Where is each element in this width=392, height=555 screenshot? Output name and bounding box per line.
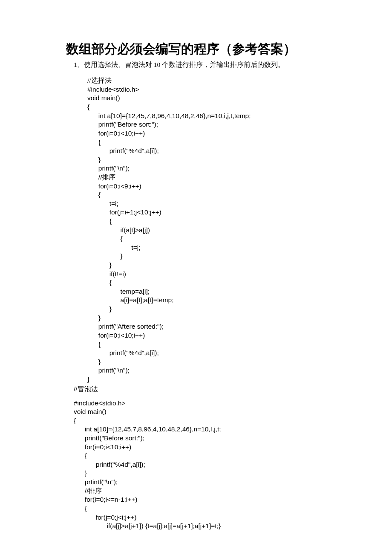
- code-line: printf("%4d",a[i]);: [87, 147, 159, 154]
- code-line: int a[10]={12,45,7,8,96,4,10,48,2,46},n=…: [87, 112, 251, 119]
- comment-text: 冒泡法: [78, 385, 98, 393]
- code-line: if(a[j]>a[j+1]) {t=a[j];a[j]=a[j+1];a[j+…: [74, 522, 221, 529]
- code-line: }: [87, 305, 112, 312]
- code-line: for(i=0;i<10;i++): [87, 332, 145, 339]
- code-line: }: [87, 358, 101, 365]
- code-line: {: [87, 279, 112, 286]
- code-line: int a[10]={12,45,7,8,96,4,10,48,2,46},n=…: [74, 425, 221, 433]
- code-line: }: [87, 156, 101, 163]
- code-line: printf("Aftere sorted:");: [87, 323, 164, 330]
- code-line: for(i=0;i<10;i++): [74, 443, 131, 451]
- code-line: for(i=0;i<=n-1;i++): [74, 496, 137, 503]
- code-line: {: [87, 191, 101, 198]
- code-line: printf("%4d",a[i]);: [87, 349, 159, 356]
- code-line: t=i;: [87, 200, 118, 207]
- code-block-selection-sort: //选择法 #include<stdio.h> void main() { in…: [87, 76, 341, 384]
- bubble-sort-label: //冒泡法: [74, 385, 341, 394]
- code-line: }: [87, 261, 112, 269]
- code-line: if(a[t]>a[j]): [87, 226, 150, 234]
- code-line: printf("Before sort:");: [87, 121, 158, 128]
- code-line: printf("\n");: [87, 165, 130, 172]
- code-line: void main(): [74, 408, 107, 415]
- code-line: }: [87, 314, 101, 321]
- code-line: //选择法: [87, 77, 112, 84]
- code-block-bubble-sort: #include<stdio.h> void main() { int a[10…: [74, 399, 341, 531]
- code-line: for(j=i+1;j<10;j++): [87, 208, 161, 216]
- code-line: printf("%4d",a[i]);: [74, 461, 145, 468]
- code-line: if(t!=i): [87, 270, 126, 278]
- code-line: #include<stdio.h>: [74, 399, 126, 407]
- code-line: {: [87, 217, 112, 225]
- page-title: 数组部分必须会编写的程序（参考答案）: [66, 40, 341, 58]
- comment-slash: //: [74, 385, 78, 393]
- code-line: #include<stdio.h>: [87, 86, 139, 93]
- code-line: }: [87, 376, 89, 383]
- code-line: //: [87, 173, 102, 181]
- code-line: //: [74, 487, 88, 494]
- question-text: 1、使用选择法、冒泡法对 10 个数进行排序，并输出排序前后的数列。: [74, 60, 341, 69]
- code-comment: 排序: [88, 487, 102, 494]
- document-page: 数组部分必须会编写的程序（参考答案） 1、使用选择法、冒泡法对 10 个数进行排…: [0, 0, 392, 555]
- code-line: {: [87, 341, 101, 348]
- code-line: printf("\n");: [87, 367, 130, 374]
- code-comment: 排序: [102, 173, 115, 181]
- code-line: {: [87, 103, 89, 110]
- code-line: t=j;: [87, 244, 140, 251]
- code-line: for(i=0;i<9;i++): [87, 182, 141, 190]
- code-line: {: [87, 235, 123, 242]
- code-line: {: [74, 505, 87, 512]
- code-line: {: [74, 452, 87, 459]
- code-line: }: [74, 469, 87, 477]
- code-line: a[i]=a[t];a[t]=temp;: [87, 296, 173, 304]
- code-line: }: [87, 252, 123, 260]
- code-line: temp=a[i];: [87, 288, 150, 295]
- code-line: void main(): [87, 94, 120, 101]
- code-line: for(j=0;j<i;j++): [74, 514, 136, 521]
- code-line: printf("Before sort:");: [74, 434, 144, 442]
- code-line: for(i=0;i<10;i++): [87, 130, 145, 137]
- code-line: {: [74, 417, 76, 424]
- code-line: prtintf("\n");: [74, 478, 118, 486]
- code-line: {: [87, 139, 101, 146]
